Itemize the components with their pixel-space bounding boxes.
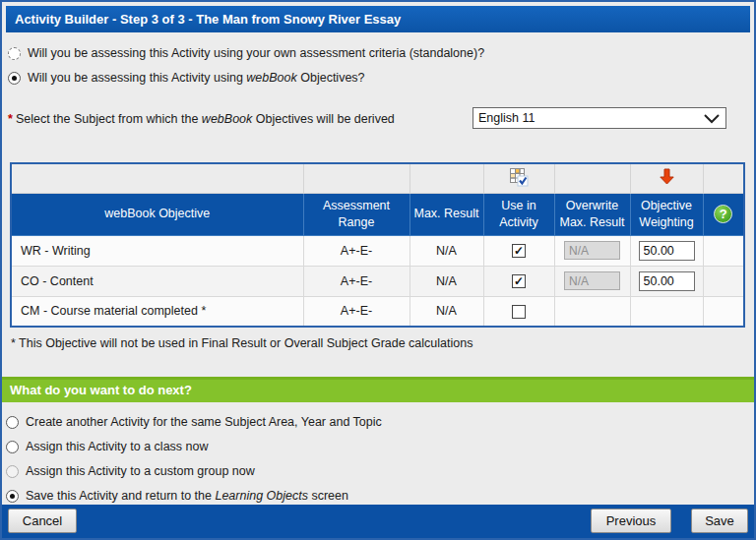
col-header-objective-weighting: Objective Weighting [630,193,703,235]
max-result-value: N/A [410,266,483,296]
label-text: Will you be assessing this Activity usin… [28,71,246,85]
empty-cell [703,163,744,193]
radio-icon[interactable] [8,47,21,60]
radio-label[interactable]: Create another Activity for the same Sub… [26,415,382,429]
label-text: Save this Activity and return to the [26,489,215,503]
assessment-range-value: A+-E- [303,266,410,296]
radio-icon[interactable] [8,72,21,85]
col-header-assessment-range: Assessment Range [303,193,410,235]
overwrite-max-result-cell [554,235,630,266]
activity-builder-window: Activity Builder - Step 3 of 3 - The Man… [0,0,756,540]
table-icon-row [11,163,744,193]
col-header-help: ? [703,193,744,235]
empty-cell [303,163,410,193]
label-text: Assign this Activity to a class now [26,440,209,453]
objective-weighting-input[interactable] [639,271,695,291]
overwrite-max-result-input [564,241,620,260]
empty-cell [554,296,630,327]
save-button[interactable]: Save [691,509,748,533]
empty-cell [703,235,744,266]
use-in-activity-cell [483,296,554,327]
radio-label[interactable]: Will you be assessing this Activity usin… [28,71,365,85]
overwrite-max-result-input [564,271,620,290]
radio-option-save-and-return[interactable]: Save this Activity and return to the Lea… [6,486,348,506]
help-icon[interactable]: ? [714,205,732,223]
objective-weighting-cell [630,266,703,296]
objective-weighting-cell [630,235,703,266]
empty-cell [630,296,703,327]
label-text: screen [308,489,348,503]
radio-option-own-criteria[interactable]: Will you be assessing this Activity usin… [8,43,484,63]
use-in-activity-checkbox[interactable] [512,305,526,319]
radio-option-assign-class[interactable]: Assign this Activity to a class now [6,437,209,456]
subject-label: *Select the Subject from which the webBo… [8,107,395,131]
radio-option-create-another[interactable]: Create another Activity for the same Sub… [6,412,382,432]
label-italic: webBook [202,112,252,126]
cancel-button[interactable]: Cancel [8,509,77,533]
table-row: CM - Course material completed * A+-E- N… [11,296,744,327]
label-text: Will you be assessing this Activity usin… [28,46,484,60]
assessment-range-value: A+-E- [303,296,410,327]
radio-icon[interactable] [6,441,19,453]
empty-cell [410,163,483,193]
col-header-overwrite-max-result: Overwrite Max. Result [554,193,630,235]
required-asterisk: * [8,112,13,126]
radio-option-webbook-objectives[interactable]: Will you be assessing this Activity usin… [8,68,365,88]
radio-label[interactable]: Assign this Activity to a custom group n… [26,464,255,478]
subject-select[interactable]: English 11 [472,107,726,129]
col-header-max-result: Max. Result [410,193,483,235]
objective-name: CO - Content [11,266,303,296]
empty-cell [703,266,744,296]
grid-check-icon[interactable] [483,163,554,193]
label-italic: webBook [246,71,296,85]
window-title: Activity Builder - Step 3 of 3 - The Man… [6,6,750,32]
radio-icon [6,465,19,478]
empty-cell [11,163,303,193]
objective-name: WR - Writing [11,235,303,266]
red-down-arrow-icon [630,163,703,193]
objective-name: CM - Course material completed * [11,296,303,327]
max-result-value: N/A [410,296,483,327]
use-in-activity-checkbox[interactable]: ✓ [512,274,526,288]
grid-check-icon [509,167,529,187]
overwrite-max-result-cell [554,266,630,296]
red-down-arrow-icon [660,168,674,185]
col-header-use-in-activity: Use in Activity [483,193,554,235]
radio-label[interactable]: Assign this Activity to a class now [26,440,209,453]
previous-button[interactable]: Previous [591,509,671,533]
table-header-row: webBook Objective Assessment Range Max. … [11,193,744,235]
empty-cell [554,163,630,193]
max-result-value: N/A [410,235,483,266]
radio-label[interactable]: Save this Activity and return to the Lea… [26,489,348,503]
objective-footnote: * This Objective will not be used in Fin… [11,336,472,350]
objectives-table: webBook Objective Assessment Range Max. … [10,162,745,328]
label-text: Create another Activity for the same Sub… [26,415,382,429]
assessment-range-value: A+-E- [303,235,410,266]
footer-bar: Cancel Previous Save [2,505,754,538]
label-text: Objectives will be derived [252,112,395,126]
radio-option-assign-custom-group[interactable]: Assign this Activity to a custom group n… [6,461,255,481]
label-text: Objectives? [297,71,365,85]
label-italic: Learning Objects [215,489,308,503]
label-text: Assign this Activity to a custom group n… [26,464,255,478]
use-in-activity-checkbox[interactable]: ✓ [512,244,526,258]
table-row: CO - Content A+-E- N/A ✓ [11,266,744,296]
radio-icon[interactable] [6,416,19,429]
col-header-objective: webBook Objective [11,193,303,235]
objective-weighting-input[interactable] [639,241,695,261]
subject-select-value: English 11 [478,111,535,125]
table-row: WR - Writing A+-E- N/A ✓ [11,235,744,266]
chevron-down-icon [704,114,720,124]
use-in-activity-cell: ✓ [483,266,554,296]
next-section-heading: What do you want to do next? [2,377,754,402]
use-in-activity-cell: ✓ [483,235,554,266]
radio-label[interactable]: Will you be assessing this Activity usin… [28,46,484,60]
label-text: Select the Subject from which the [16,112,202,126]
radio-icon[interactable] [6,490,19,503]
empty-cell [703,296,744,327]
